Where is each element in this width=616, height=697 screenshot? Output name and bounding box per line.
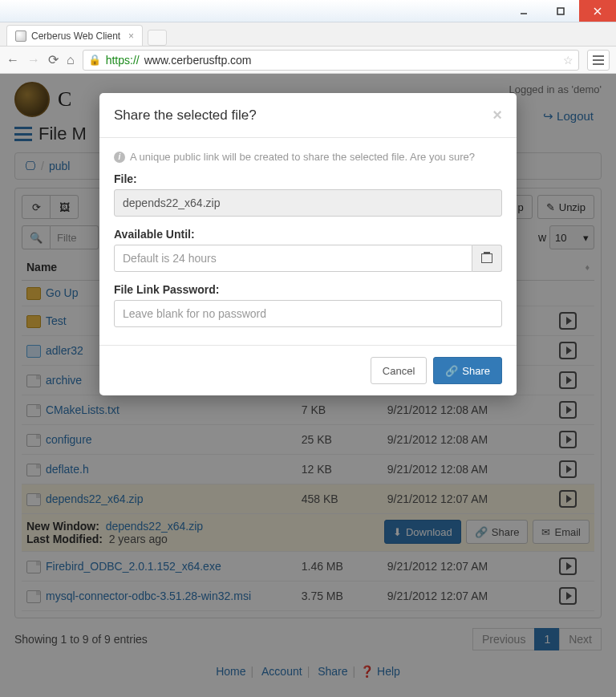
cancel-button[interactable]: Cancel	[371, 357, 427, 384]
reload-icon[interactable]: ⟳	[48, 52, 59, 67]
link-icon: 🔗	[445, 365, 458, 377]
browser-tab[interactable]: Cerberus Web Client ×	[6, 25, 143, 46]
file-field-label: File:	[114, 172, 502, 185]
modal-title: Share the selected file?	[114, 107, 257, 124]
window-maximize-button[interactable]	[542, 0, 579, 22]
browser-nav-bar: ← → ⟳ ⌂ 🔒 https://www.cerberusftp.com ☆	[0, 47, 616, 74]
available-until-input[interactable]	[114, 245, 472, 272]
modal-info-text: A unique public link will be created to …	[130, 151, 475, 163]
address-bar[interactable]: 🔒 https://www.cerberusftp.com ☆	[83, 50, 579, 71]
info-icon: i	[114, 152, 125, 163]
date-picker-button[interactable]	[472, 245, 502, 272]
window-titlebar	[0, 0, 616, 22]
back-icon[interactable]: ←	[6, 53, 19, 67]
window-minimize-button[interactable]	[505, 0, 542, 22]
bookmark-star-icon[interactable]: ☆	[563, 54, 573, 67]
url-scheme: https://	[106, 54, 140, 67]
password-input[interactable]	[114, 300, 502, 327]
favicon-icon	[15, 30, 26, 42]
svg-rect-1	[557, 8, 564, 14]
tab-close-icon[interactable]: ×	[128, 30, 134, 42]
calendar-icon	[481, 253, 492, 263]
file-field	[114, 189, 502, 217]
new-tab-button[interactable]	[148, 30, 167, 46]
forward-icon[interactable]: →	[27, 53, 40, 67]
modal-overlay: Share the selected file? × i A unique pu…	[0, 74, 616, 697]
window-close-button[interactable]	[579, 0, 616, 22]
browser-tab-bar: Cerberus Web Client ×	[0, 22, 616, 47]
modal-close-button[interactable]: ×	[492, 106, 502, 124]
tab-title: Cerberus Web Client	[31, 30, 120, 42]
available-until-label: Available Until:	[114, 228, 502, 241]
share-modal: Share the selected file? × i A unique pu…	[99, 93, 517, 395]
url-host: www.cerberusftp.com	[144, 54, 252, 67]
browser-menu-button[interactable]	[587, 50, 610, 71]
lock-icon: 🔒	[88, 54, 101, 66]
home-icon[interactable]: ⌂	[67, 53, 75, 67]
share-submit-button[interactable]: 🔗 Share	[433, 357, 502, 384]
password-label: File Link Password:	[114, 283, 502, 296]
